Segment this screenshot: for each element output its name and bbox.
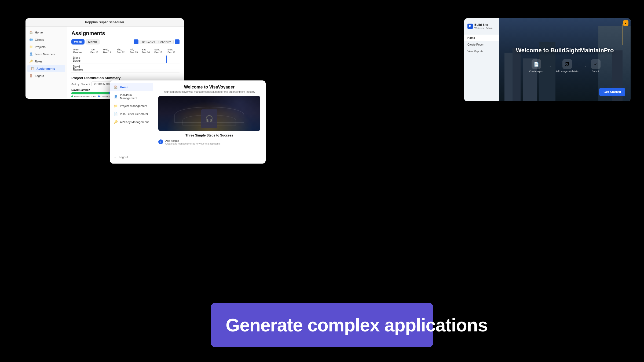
sidebar-item-label: Clients [35,38,44,41]
home-icon: 🏠 [114,85,118,89]
sidebar-item-label: Team Members [35,53,55,56]
visa-nav-api[interactable]: 🔑 API Key Management [110,118,153,126]
poppins-sidebar: 🏠 Home 👥 Clients 📁 Projects 👤 Team Membe… [25,27,67,98]
step-title: Add people [165,139,221,142]
schedule-table: Team Member Tue, Dec 10 Wed, Dec 11 Thu,… [71,47,180,73]
col-team-member: Team Member [71,47,89,55]
legend-dot-blue [98,95,100,97]
poppins-titlebar: Poppins Super Scheduler [25,18,184,27]
sidebar-item-label: Home [35,31,43,34]
buildsight-window: B Build Site Welcome, Admin Home Create … [464,18,631,101]
col-mon: Mon, Dec 16 [166,47,180,55]
sidebar-item-home[interactable]: 🏠 Home [25,29,67,36]
bs-steps: 📄 Create report → 🖼 Add images & details… [516,59,614,73]
page-title: Assignments [71,30,180,36]
sort-chevron-icon: ▾ [89,83,90,86]
sidebar-item-label: Logout [35,74,44,77]
bs-step-label: Add images & details [556,70,579,73]
col-tue: Tue, Dec 10 [89,47,101,55]
bs-hero-overlay: Welcome to BuildSightMaintainPro 📄 Creat… [516,47,614,73]
projects-icon: 📁 [29,45,33,49]
member-name: David Ramirez [71,64,89,73]
sidebar-item-label: Roles [35,60,42,63]
sidebar-item-assignments[interactable]: 📋 Assignments [27,65,65,72]
legend-dot-green [71,95,73,97]
visa-nav-individual[interactable]: 👤 Individual Management [110,91,153,102]
bs-nav-create-report[interactable]: Create Report [464,41,499,48]
col-fri: Fri, Dec 13 [128,47,140,55]
logout-icon: → [114,156,117,159]
nav-label: Individual Management [120,93,149,100]
visa-app-subtitle: Your comprehensive visa management solut… [158,90,260,93]
get-started-button[interactable]: Get Started [599,88,625,96]
sort-label: Sort by: Name [71,83,88,86]
bs-logo-area: B Build Site Welcome, Admin [464,21,499,33]
sidebar-item-projects[interactable]: 📁 Projects [25,43,67,50]
visa-app-title: Welcome to VisaVoyager [158,85,260,90]
next-date-button[interactable]: › [175,39,180,44]
visa-nav-home[interactable]: 🏠 Home [110,83,153,91]
visa-nav-project[interactable]: 📁 Project Management [110,102,153,110]
col-thu: Thu, Dec 12 [115,47,129,55]
bs-nav-view-reports[interactable]: View Reports [464,48,499,55]
visa-logout[interactable]: → Logout [110,153,153,161]
tab-month[interactable]: Month [86,39,100,45]
col-sat: Sat, Dec 14 [140,47,153,55]
bs-welcome-text: Welcome, Admin [474,27,492,29]
bs-nav-home[interactable]: Home [464,35,499,41]
view-tabs: Week Month ‹ 10/12/2024 – 16/12/2024 › [71,39,180,45]
col-sun: Sun, Dec 15 [153,47,166,55]
bs-step-2: 🖼 Add images & details [556,59,579,73]
sidebar-item-clients[interactable]: 👥 Clients [25,36,67,43]
nav-label: Home [120,86,128,89]
bs-logo-icon: B [467,24,473,29]
step-description: Create and manage profiles for your visa… [165,142,221,145]
visa-steps-title: Three Simple Steps to Success [158,134,260,137]
prev-date-button[interactable]: ‹ [134,39,138,44]
step-arrow-icon: → [548,64,551,68]
col-wed: Wed, Dec 11 [102,47,115,55]
team-icon: 👤 [29,52,33,56]
logout-icon: 🚪 [29,74,33,77]
visa-window: 🏠 Home 👤 Individual Management 📁 Project… [110,80,266,164]
visa-hero-image: 🎧 [158,96,260,131]
bs-step-label: Submit [592,70,599,73]
bs-hero-image: Welcome to BuildSightMaintainPro 📄 Creat… [499,18,631,101]
progress-seg-green [71,92,109,94]
filter-icon: ⚙ [94,83,96,85]
api-icon: 🔑 [114,120,118,124]
table-row: Diane Design [71,55,180,64]
individual-icon: 👤 [114,95,118,98]
tab-week[interactable]: Week [71,39,85,45]
bs-step-3: ✓ Submit [591,59,601,73]
bs-step-label: Create report [529,70,543,73]
step-arrow-icon: → [583,64,587,68]
sidebar-item-roles[interactable]: 🔑 Roles [25,58,67,65]
clients-icon: 👥 [29,38,33,41]
bs-step-1: 📄 Create report [529,59,543,73]
table-row: David Ramirez [71,64,180,73]
banner-text: Generate complex applications [226,315,418,335]
visa-main-content: Welcome to VisaVoyager Your comprehensiv… [153,80,266,164]
bs-app-name: Build Site [474,23,492,26]
legend-item: Adidas Fall Sale: 0.9% [71,95,96,98]
generate-banner: Generate complex applications [211,303,433,347]
sidebar-item-logout[interactable]: 🚪 Logout [25,72,67,79]
proj-dist-title: Project Distribution Summary [71,76,180,80]
date-navigator: ‹ 10/12/2024 – 16/12/2024 › [134,39,180,44]
assignments-icon: 📋 [31,67,34,70]
sidebar-item-team-members[interactable]: 👤 Team Members [25,50,67,58]
letter-icon: 📄 [114,112,118,116]
visa-nav-letter[interactable]: 📄 Visa Letter Generator [110,110,153,118]
sidebar-item-label: Projects [35,45,46,49]
bs-hero-title: Welcome to BuildSightMaintainPro [516,47,614,54]
roles-icon: 🔑 [29,60,33,63]
nav-label: Visa Letter Generator [120,112,148,116]
visa-hero-figure: 🎧 [201,109,217,128]
sort-control[interactable]: Sort by: Name ▾ [71,83,90,86]
step-number: 1 [158,139,163,144]
visa-sidebar: 🏠 Home 👤 Individual Management 📁 Project… [110,80,153,164]
legend-label: Adidas Fall Sale: 0.9% [74,95,96,98]
logout-label: Logout [119,156,128,159]
date-range-label: 10/12/2024 – 16/12/2024 [140,40,174,44]
